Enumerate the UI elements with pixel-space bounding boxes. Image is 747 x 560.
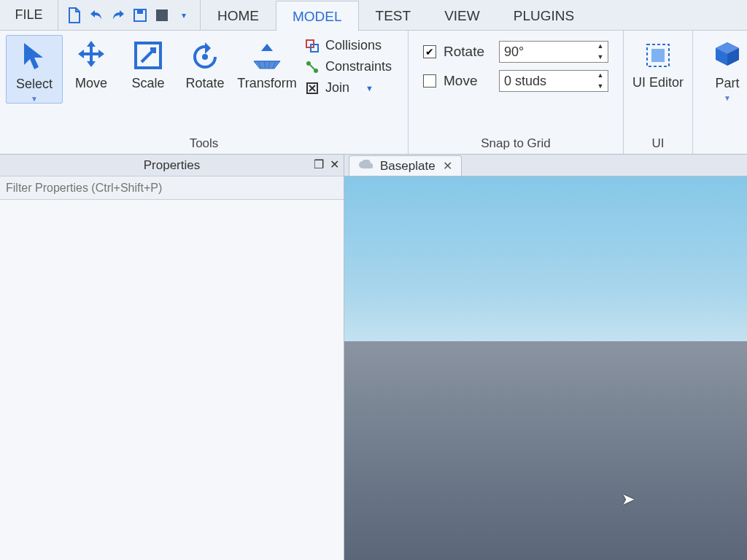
- rotate-snap-label: Rotate: [444, 44, 492, 60]
- move-icon: [74, 38, 109, 73]
- rotate-label: Rotate: [185, 76, 224, 91]
- scale-label: Scale: [131, 76, 164, 91]
- cursor-icon: [17, 39, 52, 74]
- rotate-snap-input[interactable]: 90° ▲▼: [499, 41, 608, 63]
- transform-tool-button[interactable]: Transform: [233, 35, 301, 91]
- rotate-snap-checkbox[interactable]: ✔: [423, 45, 436, 58]
- cloud-icon: [358, 159, 373, 174]
- transform-label: Transform: [237, 76, 296, 91]
- spin-down-icon[interactable]: ▼: [595, 54, 606, 61]
- join-icon: [305, 81, 320, 96]
- tab-home[interactable]: HOME: [201, 0, 276, 30]
- join-label: Join: [325, 80, 349, 96]
- tab-plugins[interactable]: PLUGINS: [497, 0, 591, 30]
- viewport-tabs: Baseplate ✕: [344, 155, 747, 176]
- ribbon-group-ui: UI Editor UI: [624, 31, 693, 154]
- viewport-tab-baseplate[interactable]: Baseplate ✕: [349, 155, 462, 176]
- viewport-area: Baseplate ✕ ➤: [344, 155, 747, 560]
- rotate-snap-row: ✔ Rotate 90° ▲▼: [423, 41, 608, 63]
- new-file-icon[interactable]: [66, 7, 83, 24]
- redo-icon[interactable]: [109, 7, 127, 24]
- file-menu-button[interactable]: FILE: [0, 0, 58, 30]
- rotate-snap-value: 90°: [504, 44, 524, 60]
- save-icon[interactable]: [131, 7, 149, 24]
- select-tool-button[interactable]: Select ▼: [6, 35, 63, 104]
- ribbon-group-part: Part ▼: [693, 31, 747, 154]
- collisions-icon: [305, 39, 320, 53]
- work-area: Properties ❐ ✕ Baseplate ✕: [0, 155, 747, 560]
- scale-tool-button[interactable]: Scale: [120, 35, 177, 91]
- viewport-3d[interactable]: ➤: [344, 176, 747, 560]
- spin-up-icon[interactable]: ▲: [595, 72, 606, 79]
- move-snap-value: 0 studs: [504, 74, 546, 89]
- scale-icon: [131, 38, 166, 73]
- move-snap-row: Move 0 studs ▲▼: [423, 70, 608, 92]
- ui-editor-label: UI Editor: [632, 76, 684, 90]
- join-toggle[interactable]: Join ▼: [305, 80, 392, 96]
- part-button[interactable]: Part ▼: [699, 35, 747, 102]
- tab-test[interactable]: TEST: [359, 0, 428, 30]
- top-bar: FILE ▾ HOME MODEL TEST VIEW PLUGIN: [0, 0, 747, 31]
- chevron-down-icon: ▼: [724, 94, 731, 102]
- properties-filter: [0, 176, 344, 200]
- quick-access-toolbar: ▾: [58, 0, 201, 30]
- part-icon: [710, 38, 745, 73]
- chevron-down-icon: ▼: [365, 84, 374, 93]
- viewport-baseplate: [344, 341, 747, 560]
- ribbon-group-snap: ✔ Rotate 90° ▲▼ Move 0 studs ▲▼: [409, 31, 624, 154]
- move-label: Move: [75, 76, 107, 91]
- properties-filter-input[interactable]: [6, 182, 338, 195]
- move-snap-checkbox[interactable]: [423, 74, 436, 88]
- stop-icon[interactable]: [153, 7, 171, 24]
- rotate-icon: [187, 38, 222, 73]
- ribbon-group-tools: Select ▼ Move Scale: [0, 31, 409, 154]
- properties-panel: Properties ❐ ✕: [0, 155, 344, 560]
- undock-icon[interactable]: ❐: [314, 158, 324, 171]
- properties-titlebar: Properties ❐ ✕: [0, 155, 344, 176]
- svg-rect-1: [137, 9, 143, 14]
- move-snap-input[interactable]: 0 studs ▲▼: [499, 70, 608, 92]
- rotate-tool-button[interactable]: Rotate: [177, 35, 233, 91]
- qat-dropdown-icon[interactable]: ▾: [175, 7, 193, 24]
- chevron-down-icon: ▼: [31, 95, 38, 103]
- close-icon[interactable]: ✕: [330, 158, 339, 171]
- ui-group-label: UI: [630, 133, 686, 152]
- spin-down-icon[interactable]: ▼: [595, 83, 606, 90]
- transform-icon: [249, 38, 285, 73]
- ui-editor-icon: [640, 38, 676, 73]
- ui-editor-button[interactable]: UI Editor: [630, 35, 686, 90]
- close-icon[interactable]: ✕: [443, 159, 452, 173]
- properties-title: Properties: [0, 158, 344, 173]
- viewport-tab-label: Baseplate: [380, 159, 436, 174]
- tools-group-label: Tools: [6, 133, 402, 152]
- collisions-toggle[interactable]: Collisions: [305, 38, 392, 53]
- tool-toggles: Collisions Constraints Join ▼: [301, 35, 399, 96]
- properties-body: [0, 200, 344, 560]
- select-label: Select: [16, 77, 53, 92]
- ribbon: Select ▼ Move Scale: [0, 31, 747, 155]
- move-snap-label: Move: [444, 73, 492, 89]
- constraints-icon: [305, 60, 320, 74]
- spin-up-icon[interactable]: ▲: [595, 43, 606, 50]
- svg-rect-12: [651, 49, 665, 62]
- svg-point-5: [202, 54, 208, 60]
- snap-group-label: Snap to Grid: [414, 133, 617, 152]
- constraints-label: Constraints: [325, 59, 392, 74]
- tab-model[interactable]: MODEL: [276, 1, 359, 31]
- undo-icon[interactable]: [88, 7, 105, 24]
- svg-rect-2: [156, 9, 168, 21]
- app-window: FILE ▾ HOME MODEL TEST VIEW PLUGIN: [0, 0, 747, 560]
- constraints-toggle[interactable]: Constraints: [305, 59, 392, 74]
- part-label: Part: [715, 76, 739, 91]
- ribbon-tabs: HOME MODEL TEST VIEW PLUGINS: [201, 0, 591, 30]
- move-tool-button[interactable]: Move: [63, 35, 120, 91]
- collisions-label: Collisions: [325, 38, 382, 53]
- tab-view[interactable]: VIEW: [427, 0, 497, 30]
